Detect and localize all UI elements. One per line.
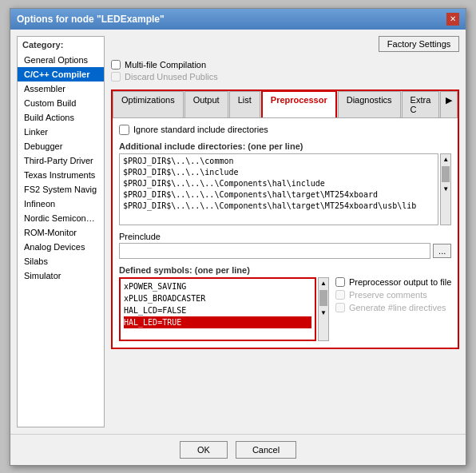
include-dir-line: $PROJ_DIR$\..\..\..\Components\hal\inclu… — [123, 178, 434, 189]
preserve-comments-row: Preserve comments — [335, 290, 451, 300]
close-button[interactable]: ✕ — [446, 13, 459, 26]
tab-preprocessor[interactable]: Preprocessor — [261, 90, 337, 117]
browse-button[interactable]: ... — [433, 244, 451, 258]
sidebar-item-assembler[interactable]: Assembler — [18, 81, 104, 96]
include-dir-line: $PROJ_DIR$\..\..\..\Components\hal\targe… — [123, 189, 434, 201]
symbols-scrollbar[interactable]: ▲ ▼ — [318, 277, 329, 341]
additional-dirs-label: Additional include directories: (one per… — [119, 141, 451, 151]
tab-diagnostics[interactable]: Diagnostics — [338, 91, 401, 117]
dialog-body: Category: General OptionsC/C++ CompilerA… — [10, 30, 466, 434]
cancel-button[interactable]: Cancel — [236, 441, 296, 459]
sidebar-item-infineon[interactable]: Infineon — [18, 197, 104, 211]
factory-settings-button[interactable]: Factory Settings — [379, 36, 459, 52]
generate-hash-checkbox[interactable] — [335, 303, 345, 312]
options-dialog: Options for node "LEDExample" ✕ Category… — [10, 8, 466, 466]
symbol-line: xPLUS_BROADCASTER — [124, 292, 311, 304]
scroll-up-arrow[interactable]: ▲ — [441, 154, 450, 165]
scroll-thumb[interactable] — [442, 166, 450, 182]
sidebar-item-texas-instruments[interactable]: Texas Instruments — [18, 168, 104, 182]
preproc-output-checkbox[interactable] — [335, 277, 345, 287]
sidebar-item-silabs[interactable]: Silabs — [18, 254, 104, 268]
multi-file-checkbox[interactable] — [111, 60, 121, 70]
symbols-scroll-up[interactable]: ▲ — [319, 278, 328, 288]
symbol-line: HAL_LCD=FALSE — [124, 304, 311, 316]
include-dirs-scrollbar[interactable]: ▲ ▼ — [440, 153, 451, 225]
sidebar-item-debugger[interactable]: Debugger — [18, 139, 104, 153]
symbol-line: HAL_LED=TRUE — [124, 316, 311, 328]
factory-row: Factory Settings — [111, 36, 459, 52]
multi-file-row: Multi-file Compilation — [111, 60, 459, 70]
tab-list[interactable]: List — [229, 91, 260, 117]
sidebar-item-custom-build[interactable]: Custom Build — [18, 96, 104, 110]
tab-output[interactable]: Output — [184, 91, 228, 117]
ignore-dirs-checkbox[interactable] — [119, 125, 129, 135]
preinclude-section-label: Preinclude — [119, 232, 451, 241]
scroll-down-arrow[interactable]: ▼ — [441, 184, 450, 194]
defined-symbols-label: Defined symbols: (one per line) — [119, 265, 451, 275]
discard-unused-row: Discard Unused Publics — [111, 72, 459, 81]
tab-content: Ignore standard include directories Addi… — [113, 118, 458, 348]
sidebar-item-linker[interactable]: Linker — [18, 125, 104, 139]
preinclude-row: ... — [119, 243, 451, 259]
tab-extra[interactable]: Extra C — [402, 91, 440, 117]
preserve-comments-checkbox[interactable] — [335, 290, 345, 300]
ignore-label: Ignore standard include directories — [133, 125, 268, 134]
sidebar-item-general-options[interactable]: General Options — [18, 53, 104, 67]
symbols-scroll-thumb[interactable] — [319, 290, 327, 306]
dialog-title: Options for node "LEDExample" — [17, 14, 165, 25]
sidebar-item-third-party-driver[interactable]: Third-Party Driver — [18, 153, 104, 168]
ok-button[interactable]: OK — [180, 441, 228, 459]
preserve-comments-label: Preserve comments — [349, 290, 427, 300]
sidebar-item-simulator[interactable]: Simulator — [18, 268, 104, 283]
checkboxes-row: Multi-file Compilation Discard Unused Pu… — [111, 57, 459, 85]
sidebar-item-cpp-compiler[interactable]: C/C++ Compiler — [18, 67, 104, 81]
defined-symbols-box[interactable]: xPOWER_SAVINGxPLUS_BROADCASTERHAL_LCD=FA… — [119, 277, 316, 341]
tabs-container: OptimizationsOutputListPreprocessorDiagn… — [111, 89, 459, 349]
include-dirs-box[interactable]: $PROJ_DIR$\..\..\common$PROJ_DIR$\..\..\… — [119, 153, 438, 225]
sidebar-item-rom-monitor[interactable]: ROM-Monitor — [18, 225, 104, 240]
generate-hash-label: Generate #line directives — [349, 303, 446, 312]
include-dir-line: $PROJ_DIR$\..\..\common — [123, 156, 434, 167]
preproc-output-label: Preprocessor output to file — [349, 277, 451, 287]
symbols-box-container: xPOWER_SAVINGxPLUS_BROADCASTERHAL_LCD=FA… — [119, 277, 329, 341]
sidebar-item-analog-devices[interactable]: Analog Devices — [18, 240, 104, 254]
symbol-line: xPOWER_SAVING — [124, 280, 311, 292]
generate-hash-row: Generate #line directives — [335, 303, 451, 312]
discard-unused-label: Discard Unused Publics — [125, 72, 218, 81]
discard-unused-checkbox[interactable] — [111, 72, 121, 81]
include-dirs-container: $PROJ_DIR$\..\..\common$PROJ_DIR$\..\..\… — [119, 153, 451, 225]
defined-symbols-area: xPOWER_SAVINGxPLUS_BROADCASTERHAL_LCD=FA… — [119, 277, 451, 341]
symbols-scroll-down[interactable]: ▼ — [319, 308, 328, 318]
tabs-row: OptimizationsOutputListPreprocessorDiagn… — [113, 91, 458, 118]
tab-more-button[interactable]: ▶ — [440, 91, 458, 117]
tab-optimizations[interactable]: Optimizations — [113, 91, 184, 117]
sidebar-item-fs2-system-navi[interactable]: FS2 System Navig — [18, 182, 104, 197]
dialog-footer: OK Cancel — [10, 434, 466, 465]
sidebar-item-nordic-semicon[interactable]: Nordic Semiconduct — [18, 211, 104, 225]
sidebar: Category: General OptionsC/C++ CompilerA… — [17, 36, 105, 427]
category-label: Category: — [18, 37, 104, 53]
title-bar: Options for node "LEDExample" ✕ — [10, 9, 466, 30]
multi-file-label: Multi-file Compilation — [125, 60, 206, 70]
main-panel: Factory Settings Multi-file Compilation … — [111, 36, 459, 427]
preproc-output-row: Preprocessor output to file — [335, 277, 451, 287]
include-dir-line: $PROJ_DIR$\..\..\include — [123, 167, 434, 178]
include-dir-line: $PROJ_DIR$\..\..\..\Components\hal\targe… — [123, 201, 434, 212]
preinclude-input[interactable] — [119, 243, 430, 259]
ignore-row: Ignore standard include directories — [119, 125, 451, 135]
preproc-options: Preprocessor output to file Preserve com… — [335, 277, 451, 341]
sidebar-item-build-actions[interactable]: Build Actions — [18, 110, 104, 125]
